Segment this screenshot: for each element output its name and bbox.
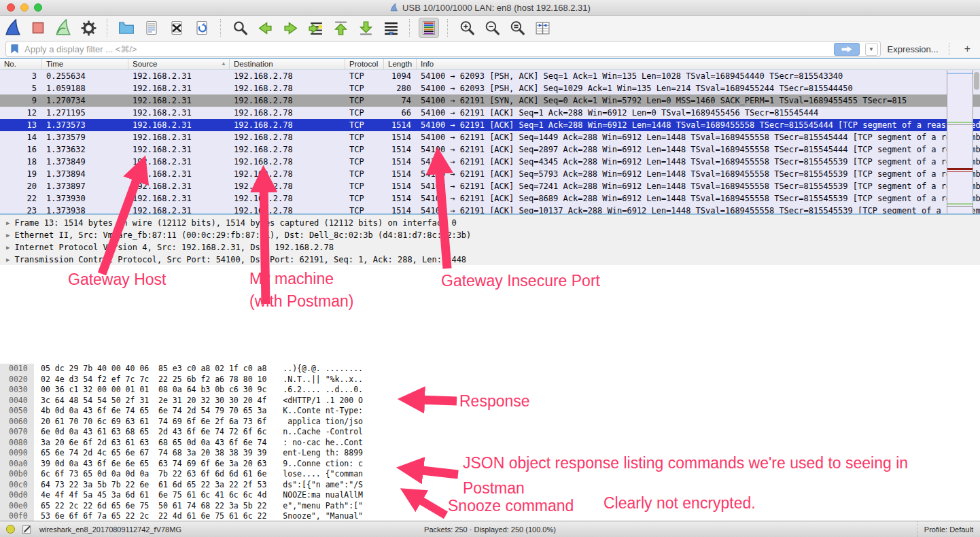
- close-file-button[interactable]: [167, 18, 187, 38]
- packet-row[interactable]: 16 1.373632 192.168.2.31 192.168.2.78 TC…: [0, 143, 980, 156]
- expand-triangle-icon[interactable]: ▶: [6, 232, 10, 239]
- expert-info-icon[interactable]: [6, 525, 15, 534]
- resize-columns-button[interactable]: [532, 18, 553, 38]
- packet-row[interactable]: 12 1.271195 192.168.2.31 192.168.2.78 TC…: [0, 107, 980, 119]
- packet-row[interactable]: 3 0.255634 192.168.2.31 192.168.2.78 TCP…: [0, 70, 980, 82]
- detail-line[interactable]: ▶ Internet Protocol Version 4, Src: 192.…: [0, 241, 980, 254]
- column-header-destination[interactable]: Destination: [230, 59, 345, 69]
- packet-row[interactable]: 14 1.373579 192.168.2.31 192.168.2.78 TC…: [0, 131, 980, 143]
- column-header-protocol[interactable]: Protocol: [345, 59, 384, 69]
- hex-offset: 0050: [0, 406, 34, 417]
- hex-offset: 00b0: [0, 469, 34, 480]
- packet-list-minimap[interactable]: [947, 70, 973, 213]
- hex-offset: 00a0: [0, 459, 34, 470]
- hex-row[interactable]: 0070 6e 0d 0a 43 61 63 68 65 2d 43 6f 6e…: [0, 427, 980, 438]
- hex-ascii: applica tion/jso: [266, 417, 363, 428]
- hex-offset: 0070: [0, 427, 34, 438]
- go-first-button[interactable]: [330, 18, 351, 38]
- cell-no: 22: [0, 192, 42, 205]
- close-file-icon: [169, 20, 185, 36]
- minimize-window-button[interactable]: [20, 3, 29, 12]
- detail-line[interactable]: ▶ Transmission Control Protocol, Src Por…: [0, 254, 980, 266]
- window-title: USB 10/100/1000 LAN: en8 (host 192.168.2…: [389, 3, 591, 13]
- display-filter-input[interactable]: [23, 44, 830, 55]
- status-bar-left: wireshark_en8_20170809112742_fV78MG: [0, 524, 181, 535]
- column-header-info[interactable]: Info: [417, 59, 980, 69]
- capture-options-button[interactable]: [78, 18, 99, 38]
- cell-protocol: TCP: [345, 156, 384, 168]
- packet-rows: 3 0.255634 192.168.2.31 192.168.2.78 TCP…: [0, 70, 980, 213]
- annotation-my-machine: My machine (with Postman): [249, 268, 353, 313]
- zoom-out-button[interactable]: [482, 18, 502, 38]
- packet-row[interactable]: 23 1.373938 192.168.2.31 192.168.2.78 TC…: [0, 205, 980, 213]
- zoom-reset-button[interactable]: [507, 18, 527, 38]
- hex-row[interactable]: 0060 20 61 70 70 6c 69 63 61 74 69 6f 6e…: [0, 417, 980, 428]
- cell-protocol: TCP: [345, 119, 384, 131]
- packet-row[interactable]: 18 1.373849 192.168.2.31 192.168.2.78 TC…: [0, 156, 980, 168]
- cell-time: 1.059188: [42, 82, 128, 94]
- go-last-button[interactable]: [355, 18, 376, 38]
- packet-row[interactable]: 22 1.373930 192.168.2.31 192.168.2.78 TC…: [0, 192, 980, 205]
- packet-row[interactable]: 13 1.373573 192.168.2.31 192.168.2.78 TC…: [0, 119, 980, 131]
- hex-bytes: 64 73 22 3a 5b 7b 22 6e 61 6d 65 22 3a 2…: [34, 480, 266, 491]
- save-file-button[interactable]: [141, 18, 162, 38]
- expand-triangle-icon[interactable]: ▶: [6, 256, 10, 263]
- go-to-packet-button[interactable]: [305, 18, 326, 38]
- colorize-packets-button[interactable]: [419, 18, 439, 38]
- go-forward-button[interactable]: [280, 18, 300, 38]
- cell-destination: 192.168.2.78: [230, 70, 345, 82]
- cell-time: 1.373579: [42, 131, 128, 143]
- vertical-scrollbar-thumb[interactable]: [974, 72, 979, 90]
- capture-comment-icon[interactable]: [22, 524, 33, 535]
- hex-row[interactable]: 0020 02 4e d3 54 f2 ef 7c 7c 22 25 6b f2…: [0, 375, 980, 385]
- wireshark-fin-icon: [389, 3, 398, 12]
- cell-destination: 192.168.2.78: [230, 131, 345, 143]
- minimap-mark: [947, 124, 973, 125]
- expand-triangle-icon[interactable]: ▶: [6, 220, 10, 226]
- detail-line[interactable]: ▶ Frame 13: 1514 bytes on wire (12112 bi…: [0, 217, 980, 229]
- column-header-time[interactable]: Time: [42, 59, 128, 69]
- stop-capture-button[interactable]: [28, 18, 48, 38]
- add-filter-button[interactable]: +: [960, 43, 975, 55]
- reload-file-button[interactable]: [192, 18, 212, 38]
- hex-bytes: 4b 0d 0a 43 6f 6e 74 65 6e 74 2d 54 79 7…: [34, 406, 266, 417]
- start-capture-button[interactable]: [3, 18, 23, 38]
- profile-selector[interactable]: Profile: Default: [917, 521, 980, 537]
- column-header-source[interactable]: Source▲: [128, 59, 230, 69]
- auto-scroll-button[interactable]: [381, 18, 401, 38]
- hex-row[interactable]: 0010 05 dc 29 7b 40 00 40 06 85 e3 c0 a8…: [0, 364, 980, 375]
- packet-row[interactable]: 19 1.373894 192.168.2.31 192.168.2.78 TC…: [0, 168, 980, 180]
- hex-ascii: ds":[{"n ame":"/S: [266, 480, 363, 491]
- apply-filter-button[interactable]: [834, 43, 860, 56]
- cell-length: 1514: [384, 119, 417, 131]
- display-filter-field[interactable]: ▼: [5, 41, 881, 57]
- bookmark-icon[interactable]: [10, 44, 19, 54]
- column-header-length[interactable]: Length: [384, 59, 417, 69]
- restart-capture-button[interactable]: [53, 18, 73, 38]
- hex-bytes: 39 0d 0a 43 6f 6e 6e 65 63 74 69 6f 6e 3…: [34, 459, 266, 470]
- close-window-button[interactable]: [7, 3, 15, 12]
- open-file-button[interactable]: [116, 18, 137, 38]
- expression-button[interactable]: Expression...: [888, 44, 939, 54]
- packet-row[interactable]: 9 1.270734 192.168.2.31 192.168.2.78 TCP…: [0, 94, 980, 107]
- find-packet-button[interactable]: [230, 18, 250, 38]
- hex-offset: 0060: [0, 417, 34, 428]
- packet-row[interactable]: 5 1.059188 192.168.2.31 192.168.2.78 TCP…: [0, 82, 980, 94]
- annotation-gateway-host: Gateway Host: [68, 270, 166, 289]
- zoom-window-button[interactable]: [34, 3, 42, 12]
- cell-info: 54100 → 62191 [ACK] Seq=10137 Ack=288 Wi…: [417, 205, 980, 213]
- detail-line-text: Internet Protocol Version 4, Src: 192.16…: [14, 243, 334, 252]
- gear-icon: [80, 20, 97, 37]
- column-header-no[interactable]: No.: [0, 59, 42, 69]
- detail-line[interactable]: ▶ Ethernet II, Src: Vmware_fb:87:11 (00:…: [0, 229, 980, 241]
- expand-triangle-icon[interactable]: ▶: [6, 244, 10, 251]
- cell-source: 192.168.2.31: [128, 94, 230, 107]
- hex-offset: 0030: [0, 385, 34, 396]
- hex-row[interactable]: 0080 3a 20 6e 6f 2d 63 61 63 68 65 0d 0a…: [0, 438, 980, 449]
- packet-row[interactable]: 20 1.373897 192.168.2.31 192.168.2.78 TC…: [0, 180, 980, 192]
- packet-list-header: No. Time Source▲ Destination Protocol Le…: [0, 59, 980, 70]
- filter-history-dropdown[interactable]: ▼: [865, 43, 878, 56]
- zoom-in-button[interactable]: [457, 18, 477, 38]
- cell-time: 1.373573: [42, 119, 128, 131]
- go-back-button[interactable]: [255, 18, 275, 38]
